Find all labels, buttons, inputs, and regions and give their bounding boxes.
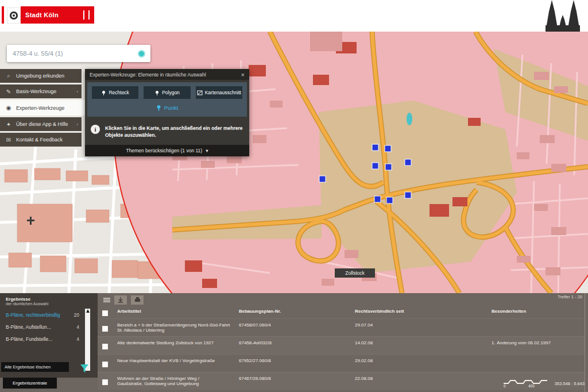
dialog-titlebar: Experten-Werkzeuge: Elemente in räumlich… [85, 69, 249, 80]
menu-item-basis-werkzeuge[interactable]: ✎ Basis-Werkzeuge › [0, 84, 82, 98]
logo-bars-icon [83, 10, 90, 20]
table-row[interactable]: Bereich a + b der Straßenverlängerung No… [98, 318, 585, 336]
filter-funnel-icon[interactable] [80, 364, 88, 373]
tool-label: Kartenausschnitt [205, 90, 241, 95]
active-tool-label: Punkt [164, 105, 178, 111]
city-emblem-icon [7, 7, 21, 24]
scale-bar: 0 400 [503, 377, 550, 387]
app-header: Stadt Köln [0, 0, 588, 32]
info-circle-icon: i [91, 125, 100, 134]
search-bar [7, 45, 150, 62]
col-rechtsverbindlich: Rechtsverbindlich seit [355, 307, 492, 314]
results-center-tab[interactable]: Ergebniszentrale [3, 378, 57, 389]
list-icon [103, 297, 110, 303]
stadt-koeln-logo[interactable]: Stadt Köln [21, 6, 94, 24]
filter-count: 20 [74, 312, 79, 318]
print-button[interactable] [131, 295, 144, 305]
results-filter-panel: Ergebnisse der räumlichen Auswahl B-Plän… [0, 293, 98, 378]
chevron-right-icon: › [76, 89, 78, 94]
tool-label: Polygon [162, 90, 180, 95]
svg-text:400: 400 [528, 384, 535, 388]
filter-label: B-Pläne, Fundstelle... [6, 336, 52, 342]
export-button[interactable] [114, 295, 127, 305]
geoportal-app: Zollstock Stadt Köln ⌕ Umgebung erkund [0, 0, 588, 392]
chevron-down-icon: ▾ [206, 148, 208, 153]
svg-text:Zollstock: Zollstock [345, 270, 365, 276]
logo-sliver [2, 6, 4, 24]
search-input[interactable] [7, 50, 138, 57]
map-extent-icon [197, 90, 203, 95]
menu-item-kontakt[interactable]: ✉ Kontakt & Feedback [0, 133, 82, 147]
mail-icon: ✉ [5, 136, 13, 144]
polygon-tool-button[interactable]: Polygon [144, 86, 190, 99]
menu-label: Über diese App & Hilfe [16, 121, 68, 127]
highlight-marker [407, 113, 412, 125]
dialog-title: Experten-Werkzeuge: Elemente in räumlich… [90, 72, 206, 78]
clear-results-button[interactable]: Alle Ergebnisse löschen [1, 362, 69, 372]
cathedral-silhouette-icon [542, 0, 585, 32]
themes-dropdown[interactable]: Themen berücksichtigen (1 von 11) ▾ [85, 145, 249, 156]
filter-item-aufstellung[interactable]: B-Pläne, Aufstellun... 4 [6, 324, 79, 330]
print-icon [134, 297, 141, 303]
pin-icon [156, 105, 161, 111]
menu-label: Basis-Werkzeuge [16, 89, 56, 94]
themes-label: Themen berücksichtigen (1 von 11) [126, 148, 203, 153]
rectangle-tool-button[interactable]: Rechteck [92, 86, 138, 99]
chevron-right-icon: › [76, 122, 78, 127]
scroll-up-icon[interactable] [86, 309, 90, 313]
filter-item-fundstelle[interactable]: B-Pläne, Fundstelle... 4 [6, 336, 79, 342]
row-checkbox[interactable] [102, 379, 108, 385]
hint-text: Klicken Sie in die Karte, um anschließen… [105, 125, 243, 139]
pin-icon [154, 90, 160, 95]
selection-tools-panel: Rechteck Polygon Kartenausschnitt Punkt [87, 82, 247, 117]
logo-text: Stadt Köln [25, 11, 59, 18]
menu-label: Umgebung erkunden [16, 73, 64, 79]
filter-count: 4 [76, 324, 79, 330]
results-subtitle: der räumlichen Auswahl [6, 302, 98, 306]
table-row[interactable]: Alte denkmalwerte Siedlung Zollstock von… [98, 336, 585, 354]
download-icon [118, 297, 123, 303]
row-checkbox[interactable] [102, 344, 108, 349]
close-icon[interactable]: × [241, 71, 245, 78]
svg-text:0: 0 [504, 384, 506, 388]
map-area-label: Zollstock [335, 268, 375, 278]
results-panel: Ergebnisse der räumlichen Auswahl B-Plän… [0, 293, 588, 392]
map-coordinates: 353.548 : 5.643 [555, 381, 585, 386]
menu-item-ueber-app[interactable]: ✦ Über diese App & Hilfe › [0, 117, 82, 131]
info-icon: ✦ [5, 120, 13, 128]
filter-item-rechtsverbindlich[interactable]: B-Pläne, rechtsverbindlig 20 [6, 312, 79, 318]
tools-icon: ✎ [5, 87, 13, 95]
filter-count: 4 [76, 336, 79, 342]
results-title: Ergebnisse [6, 297, 98, 302]
filter-scrollbar[interactable] [85, 309, 90, 371]
select-all-checkbox[interactable] [102, 310, 108, 316]
result-counter: Treffer 1 - 20 [558, 294, 582, 299]
col-besonderheiten: Besonderheiten [492, 307, 585, 314]
menu-label: Experten-Werkzeuge [16, 105, 64, 111]
col-arbeitstitel: Arbeitstitel [117, 307, 239, 314]
col-bplan-nr: Bebauungsplan-Nr. [239, 307, 355, 314]
search-icon: ⌕ [5, 72, 13, 80]
main-menu: ⌕ Umgebung erkunden ✎ Basis-Werkzeuge › … [0, 69, 82, 148]
filter-label: B-Pläne, Aufstellun... [6, 324, 51, 330]
filter-label: B-Pläne, rechtsverbindlig [6, 312, 60, 318]
menu-item-experten-werkzeuge[interactable]: ◉ Experten-Werkzeuge [0, 100, 90, 116]
pin-icon [101, 90, 106, 95]
menu-label: Kontakt & Feedback [16, 137, 63, 143]
dialog-hint: i Klicken Sie in die Karte, um anschließ… [85, 119, 249, 144]
table-toolbar [103, 295, 144, 305]
map-extent-tool-button[interactable]: Kartenausschnitt [196, 86, 242, 99]
table-header: Arbeitstitel Bebauungsplan-Nr. Rechtsver… [98, 307, 585, 317]
menu-item-umgebung[interactable]: ⌕ Umgebung erkunden [0, 69, 82, 83]
expert-tools-dialog: Experten-Werkzeuge: Elemente in räumlich… [85, 69, 249, 156]
row-checkbox[interactable] [102, 362, 108, 367]
point-tool-button-active[interactable]: Punkt [92, 105, 242, 111]
table-right-divider [585, 293, 585, 392]
locate-icon[interactable] [138, 50, 145, 57]
table-row[interactable]: Neue Hauptwerkstatt der KVB / Vorgebirgs… [98, 354, 585, 372]
tool-label: Rechteck [109, 90, 129, 95]
expert-icon: ◉ [5, 104, 13, 112]
row-checkbox[interactable] [102, 326, 108, 332]
